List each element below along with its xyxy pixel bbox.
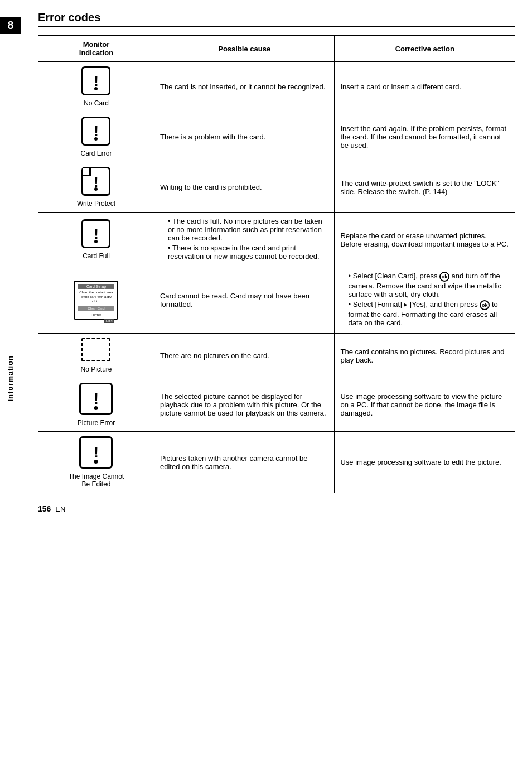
header-action: Corrective action xyxy=(335,36,515,62)
side-label: Information xyxy=(6,355,14,402)
table-row: Card Setup Clean the contact area of the… xyxy=(38,267,515,334)
table-row: ! Picture Error The selected picture can… xyxy=(38,378,515,432)
cause-card-full: The card is full. No more pictures can b… xyxy=(154,213,335,267)
main-content: Error codes Monitorindication Possible c… xyxy=(21,0,532,757)
picture-error-label: Picture Error xyxy=(78,419,115,427)
cause-no-picture: There are no pictures on the card. xyxy=(154,334,335,378)
language-label: EN xyxy=(55,505,65,513)
error-codes-table: Monitorindication Possible cause Correct… xyxy=(38,35,515,493)
table-row: ! Write Protect Writing to the card is p… xyxy=(38,162,515,213)
action-write-protect: The card write-protect switch is set to … xyxy=(335,162,515,213)
monitor-cell-no-picture: No Picture xyxy=(38,334,154,378)
monitor-cell-picture-error: ! Picture Error xyxy=(38,378,154,432)
table-row: ! Card Full The card is full. No more pi… xyxy=(38,213,515,267)
card-setup-icon: Card Setup Clean the contact area of the… xyxy=(74,281,118,320)
section-number: 8 xyxy=(0,17,21,34)
no-card-label: No Card xyxy=(84,99,109,107)
image-cannot-edit-label: The Image CannotBe Edited xyxy=(69,472,124,488)
action-card-full: Replace the card or erase unwanted pictu… xyxy=(335,213,515,267)
no-picture-label: No Picture xyxy=(80,365,112,373)
monitor-cell-no-card: ! No Card xyxy=(38,62,154,112)
table-row: ! The Image CannotBe Edited Pictures tak… xyxy=(38,432,515,493)
image-cannot-edit-icon: ! xyxy=(79,436,113,469)
cause-card-error: There is a problem with the card. xyxy=(154,112,335,162)
card-error-icon: ! xyxy=(81,117,110,146)
action-picture-error: Use image processing software to view th… xyxy=(335,378,515,432)
cause-image-edit: Pictures taken with another camera canno… xyxy=(154,432,335,493)
monitor-cell-write-protect: ! Write Protect xyxy=(38,162,154,213)
monitor-cell-card-full: ! Card Full xyxy=(38,213,154,267)
no-card-icon: ! xyxy=(81,66,110,95)
card-full-icon: ! xyxy=(81,219,110,248)
page-number: 156 xyxy=(38,504,51,513)
action-format: Select [Clean Card], press ok and turn o… xyxy=(335,267,515,334)
header-cause: Possible cause xyxy=(154,36,335,62)
header-monitor: Monitorindication xyxy=(38,36,154,62)
page-title: Error codes xyxy=(38,11,515,27)
table-row: No Picture There are no pictures on the … xyxy=(38,334,515,378)
page-footer: 156 EN xyxy=(38,504,515,513)
picture-error-icon: ! xyxy=(79,383,113,415)
table-row: ! Card Error There is a problem with the… xyxy=(38,112,515,162)
card-full-label: Card Full xyxy=(83,252,110,260)
cause-format: Card cannot be read. Card may not have b… xyxy=(154,267,335,334)
write-protect-icon: ! xyxy=(81,167,110,196)
action-no-card: Insert a card or insert a different card… xyxy=(335,62,515,112)
table-row: ! No Card The card is not inserted, or i… xyxy=(38,62,515,112)
action-image-edit: Use image processing software to edit th… xyxy=(335,432,515,493)
card-error-label: Card Error xyxy=(80,150,112,157)
monitor-cell-image-edit: ! The Image CannotBe Edited xyxy=(38,432,154,493)
monitor-cell-card-error: ! Card Error xyxy=(38,112,154,162)
cause-write-protect: Writing to the card is prohibited. xyxy=(154,162,335,213)
write-protect-label: Write Protect xyxy=(77,200,115,208)
action-no-picture: The card contains no pictures. Record pi… xyxy=(335,334,515,378)
side-tab: 8 Information xyxy=(0,0,21,757)
monitor-cell-format: Card Setup Clean the contact area of the… xyxy=(38,267,154,334)
cause-picture-error: The selected picture cannot be displayed… xyxy=(154,378,335,432)
page: 8 Information Error codes Monitorindicat… xyxy=(0,0,532,757)
cause-no-card: The card is not inserted, or it cannot b… xyxy=(154,62,335,112)
no-picture-icon xyxy=(81,338,110,361)
action-card-error: Insert the card again. If the problem pe… xyxy=(335,112,515,162)
